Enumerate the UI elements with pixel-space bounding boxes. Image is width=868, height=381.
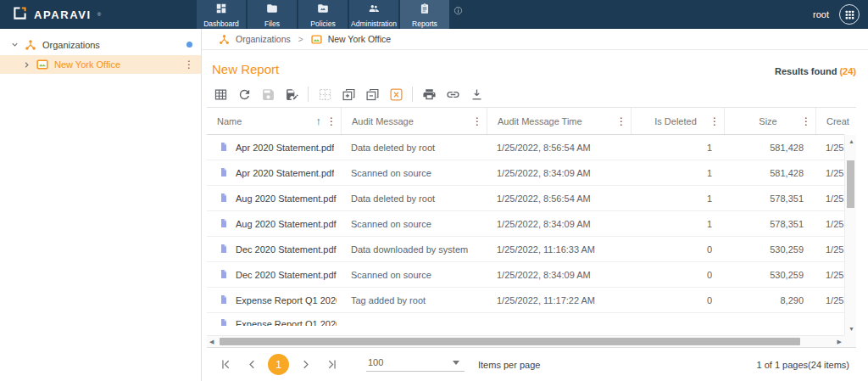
cell-message: Data deleted by root [341, 193, 487, 204]
save-edit-icon[interactable] [280, 83, 303, 105]
column-header-audit-message-time[interactable]: Audit Message Time⋮ [487, 108, 631, 134]
dashboard-icon [215, 3, 227, 18]
previous-page-button[interactable] [242, 355, 262, 375]
cell-time: 1/25/2022, 8:34:09 AM [487, 219, 631, 229]
files-icon [266, 3, 278, 18]
horizontal-scrollbar[interactable]: ◀ ▶ [207, 335, 844, 347]
office-icon [311, 34, 322, 45]
column-label: Audit Message Time [498, 116, 582, 126]
column-header-size[interactable]: Size⋮ [724, 108, 815, 134]
table-row[interactable]: Expense Report Q1 2020.xlsxTag added by … [207, 288, 844, 313]
cell-size: 578,351 [724, 219, 815, 229]
top-nav-bar: APARAVI® DashboardFilesPoliciesAdministr… [0, 0, 868, 29]
cell-deleted: 0 [631, 270, 724, 280]
breadcrumb-new-york-office[interactable]: New York Office [311, 34, 392, 45]
scroll-right-arrow[interactable]: ▶ [837, 339, 842, 345]
link-icon[interactable] [441, 83, 465, 105]
chevron-down-icon[interactable] [10, 40, 19, 49]
cell-deleted: 1 [631, 193, 724, 204]
print-icon[interactable] [417, 83, 441, 105]
tab-dashboard[interactable]: Dashboard [197, 0, 246, 29]
aparavi-logo[interactable]: APARAVI® [0, 0, 197, 29]
window-minus-icon[interactable] [360, 83, 384, 105]
last-page-button[interactable] [321, 355, 342, 375]
cell-message: Data downloaded by system [341, 244, 487, 255]
breadcrumb-separator: > [298, 35, 303, 44]
column-header-name[interactable]: Name↑⋮ [207, 108, 341, 134]
sidebar-item-label: New York Office [54, 59, 184, 70]
scroll-down-arrow[interactable]: ▼ [849, 326, 854, 332]
page-size-select[interactable]: 100 [366, 357, 465, 372]
cell-created: 1/25, [815, 193, 844, 204]
tab-label: Administration [351, 20, 397, 28]
cell-time: 1/25/2022, 8:56:54 AM [487, 193, 631, 204]
column-menu-icon[interactable]: ⋮ [616, 115, 626, 127]
table-row[interactable]: Dec 2020 Statement.pdfData downloaded by… [207, 237, 844, 262]
tab-reports[interactable]: Reports [400, 0, 449, 29]
chevron-right-icon[interactable] [22, 60, 31, 70]
column-header-is-deleted[interactable]: Is Deleted⋮ [631, 108, 724, 134]
column-header-audit-message[interactable]: Audit Message⋮ [341, 108, 487, 134]
apps-grid-icon[interactable] [839, 4, 860, 25]
vertical-scroll-thumb[interactable] [847, 160, 854, 208]
file-icon [219, 166, 229, 180]
file-icon [219, 243, 229, 256]
vertical-scrollbar[interactable]: ▲ ▼ [844, 135, 856, 335]
cell-name: Expense Report Q1 2020.xlsx [207, 317, 341, 326]
tab-administration[interactable]: Administration [349, 0, 398, 29]
cell-created: 1/25, [815, 244, 844, 255]
column-label: Name [217, 116, 242, 126]
cell-name: Apr 2020 Statement.pdf [207, 141, 341, 154]
org-hierarchy-icon [219, 34, 230, 45]
table-row[interactable]: Aug 2020 Statement.pdfData deleted by ro… [207, 186, 844, 211]
window-plus-icon[interactable] [337, 83, 360, 105]
sidebar-item-organizations[interactable]: Organizations [0, 36, 201, 53]
info-icon[interactable] [453, 3, 463, 29]
refresh-icon[interactable] [232, 83, 256, 105]
column-label: Creat [826, 116, 849, 126]
column-menu-icon[interactable]: ⋮ [326, 115, 337, 127]
tab-policies[interactable]: Policies [298, 0, 348, 29]
username[interactable]: root [813, 9, 829, 20]
sidebar-item-new-york-office[interactable]: New York Office ⋮ [0, 55, 201, 74]
first-page-button[interactable] [215, 355, 236, 375]
table-row[interactable]: Expense Report Q1 2020.xlsx [207, 313, 844, 326]
file-name: Apr 2020 Statement.pdf [236, 168, 334, 178]
file-name: Aug 2020 Statement.pdf [236, 219, 337, 229]
cell-time: 1/25/2022, 11:17:22 AM [487, 295, 631, 305]
cell-name: Expense Report Q1 2020.xlsx [207, 294, 341, 307]
current-page-button[interactable]: 1 [268, 354, 289, 375]
breadcrumb-organizations[interactable]: Organizations [219, 34, 291, 45]
column-label: Audit Message [352, 116, 414, 126]
excel-export-icon[interactable] [384, 83, 408, 105]
horizontal-scroll-thumb[interactable] [220, 338, 800, 345]
table-row[interactable]: Aug 2020 Statement.pdfScanned on source1… [207, 211, 844, 237]
table-row[interactable]: Apr 2020 Statement.pdfScanned on source1… [207, 160, 844, 186]
tab-label: Dashboard [203, 20, 239, 28]
cell-size: 581,428 [724, 168, 815, 178]
column-menu-icon[interactable]: ⋮ [709, 115, 720, 127]
breadcrumb: Organizations > New York Office [202, 29, 868, 50]
results-count: (24) [839, 66, 856, 76]
tab-files[interactable]: Files [248, 0, 297, 29]
cell-time: 1/25/2022, 8:56:54 AM [487, 143, 631, 153]
more-vertical-icon[interactable]: ⋮ [184, 59, 192, 70]
scrollbar-corner [844, 335, 856, 347]
column-menu-icon[interactable]: ⋮ [472, 115, 482, 127]
cell-name: Apr 2020 Statement.pdf [207, 166, 341, 180]
page-title: New Report [212, 62, 279, 76]
table-grid-icon[interactable] [209, 83, 232, 105]
scroll-left-arrow[interactable]: ◀ [209, 339, 214, 345]
sort-ascending-icon[interactable]: ↑ [316, 115, 322, 127]
table-row[interactable]: Dec 2020 Statement.pdfScanned on source1… [207, 262, 844, 288]
column-menu-icon[interactable]: ⋮ [801, 115, 811, 127]
download-icon[interactable] [465, 83, 488, 105]
sidebar-item-label: Organizations [42, 40, 186, 50]
cell-deleted: 1 [631, 168, 724, 178]
table-row[interactable]: Apr 2020 Statement.pdfData deleted by ro… [207, 135, 844, 160]
scroll-up-arrow[interactable]: ▲ [849, 138, 854, 144]
next-page-button[interactable] [295, 355, 315, 375]
cell-name: Aug 2020 Statement.pdf [207, 217, 341, 231]
column-header-creat[interactable]: Creat [815, 108, 854, 134]
aparavi-logo-icon [12, 5, 28, 25]
